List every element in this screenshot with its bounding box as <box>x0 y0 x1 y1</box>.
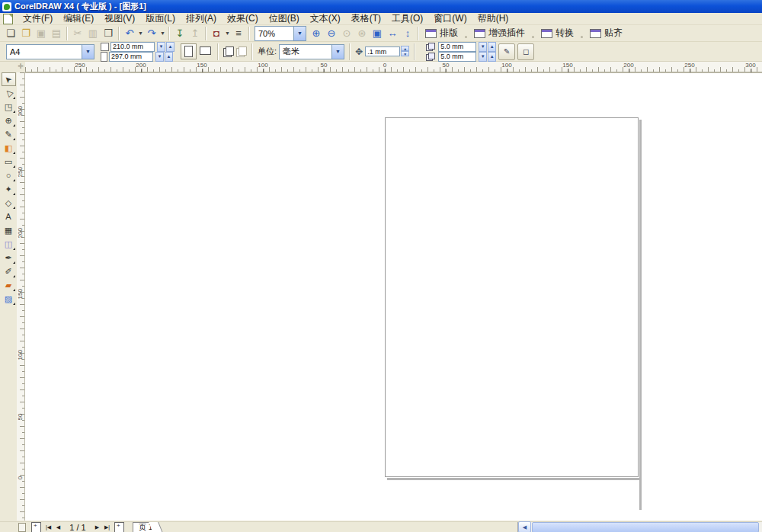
horizontal-scrollbar[interactable]: ◀ <box>517 522 762 532</box>
ruler-origin-icon[interactable]: ✛ <box>18 62 24 70</box>
zoom-to-width-button[interactable]: ↔ <box>385 26 400 41</box>
import-button[interactable]: ↧ <box>172 26 187 41</box>
paper-type-select[interactable]: A4 ▼ <box>6 44 94 59</box>
add-page-button-left[interactable] <box>31 522 41 532</box>
paper-height-spinner[interactable]: ▼▲ <box>155 52 173 62</box>
document-icon[interactable] <box>3 14 13 24</box>
menu-item-7[interactable]: 文本(X) <box>305 11 346 26</box>
undo-button[interactable]: ↶ <box>122 26 137 41</box>
freehand-tool[interactable]: ✎ <box>2 127 16 141</box>
options-button[interactable]: ≡ <box>231 26 246 41</box>
save-button: ▣ <box>34 26 49 41</box>
menu-item-11[interactable]: 帮助(H) <box>472 11 514 26</box>
duplicate-x-spinner[interactable]: ▼▲ <box>478 42 496 52</box>
menu-item-2[interactable]: 视图(V) <box>99 11 140 26</box>
shape-tool[interactable]: ▷ <box>2 86 16 100</box>
window-title: CorelDRAW X4 ( 专业版 ) - [图形1] <box>14 1 146 12</box>
scrollbar-thumb[interactable] <box>532 522 759 532</box>
menu-item-6[interactable]: 位图(B) <box>264 11 305 26</box>
plugins-button[interactable]: 增强插件 <box>470 26 529 41</box>
all-pages-layout-button[interactable] <box>223 46 234 56</box>
open-folder-button[interactable]: ❐ <box>18 26 34 41</box>
menu-item-10[interactable]: 窗口(W) <box>428 11 472 26</box>
table-tool[interactable]: ▦ <box>2 223 16 237</box>
smart-fill-tool-icon: ◧ <box>5 144 12 152</box>
pick-tool[interactable]: ➤ <box>2 72 16 86</box>
draw-complex-objects-button[interactable]: ◻ <box>517 43 534 60</box>
scroll-left-button[interactable]: ◀ <box>518 521 531 532</box>
new-document-button[interactable]: ❏ <box>3 26 18 41</box>
current-page-layout-button[interactable] <box>236 46 247 56</box>
chevron-down-icon[interactable]: ▼ <box>331 45 344 59</box>
convert-button[interactable]: 转换 <box>537 26 578 41</box>
portrait-button[interactable] <box>181 43 197 59</box>
crop-tool[interactable]: ◳ <box>2 100 16 114</box>
zoom-to-all-icon: ⊛ <box>358 28 367 38</box>
duplicate-y-spinner[interactable]: ▼▲ <box>478 52 496 62</box>
fill-tool[interactable]: ▰ <box>2 278 16 292</box>
menu-item-3[interactable]: 版面(L) <box>140 11 181 26</box>
smart-fill-tool[interactable]: ◧ <box>2 141 16 155</box>
save-icon: ▣ <box>37 28 46 38</box>
horizontal-ruler[interactable]: 25020015010050050100150200250300 <box>25 62 762 72</box>
application-launcher-icon: ◘ <box>213 28 219 38</box>
last-page-button[interactable]: ▶| <box>102 523 112 532</box>
vertical-ruler[interactable]: 300250200150100500 <box>17 72 25 521</box>
treat-as-filled-button[interactable]: ✎ <box>498 43 515 60</box>
paper-width-spinner[interactable]: ▼▲ <box>156 42 174 52</box>
ruler-label: 0 <box>383 62 386 69</box>
chevron-down-icon[interactable]: ▼ <box>293 27 306 40</box>
nudge-offset-input[interactable]: .1 mm <box>365 46 400 56</box>
zoom-out-button[interactable]: ⊖ <box>324 26 339 41</box>
eyedropper-tool-icon: ✒ <box>5 254 11 262</box>
zoom-tool[interactable]: ⊕ <box>2 114 16 127</box>
interactive-fill-tool[interactable]: ▨ <box>2 292 16 306</box>
dropdown-arrow-icon[interactable]: ▼ <box>224 26 231 41</box>
add-page-button-right[interactable] <box>114 522 124 532</box>
landscape-button[interactable] <box>198 43 213 58</box>
polygon-tool[interactable]: ✦ <box>2 182 16 196</box>
snap-button[interactable]: 贴齐 <box>586 26 626 41</box>
basic-shapes-tool[interactable]: ◇ <box>2 196 16 210</box>
paper-height-input[interactable]: 297.0 mm <box>109 52 153 62</box>
menu-item-5[interactable]: 效果(C) <box>222 11 264 26</box>
chevron-down-icon[interactable]: ▼ <box>82 45 94 59</box>
dropdown-arrow-icon[interactable]: ▼ <box>137 26 144 41</box>
menu-item-8[interactable]: 表格(T) <box>346 11 386 26</box>
eyedropper-tool[interactable]: ✒ <box>2 251 16 264</box>
ellipse-tool[interactable]: ○ <box>2 168 16 182</box>
nudge-offset-spinner[interactable]: ▲▼ <box>401 46 409 57</box>
outline-pen-tool[interactable]: ✐ <box>2 264 16 278</box>
ruler-label: 150 <box>562 62 572 69</box>
paper-width-icon <box>101 43 109 51</box>
dropdown-arrow-icon[interactable]: ▼ <box>159 26 166 41</box>
redo-button[interactable]: ↷ <box>144 26 159 41</box>
zoom-to-page-icon: ▣ <box>373 28 382 38</box>
menu-item-0[interactable]: 文件(F) <box>18 11 58 26</box>
duplicate-y-input[interactable]: 5.0 mm <box>438 52 476 62</box>
typeset-button[interactable]: 排版 <box>421 26 462 41</box>
ruler-label: 100 <box>501 62 511 69</box>
zoom-level-select[interactable]: 70%▼ <box>255 26 306 41</box>
page-a4[interactable] <box>385 117 639 477</box>
menu-item-4[interactable]: 排列(A) <box>181 11 222 26</box>
previous-page-button[interactable]: ◀ <box>53 523 63 532</box>
zoom-to-page-button[interactable]: ▣ <box>370 26 385 41</box>
text-tool[interactable]: A <box>2 210 16 223</box>
drawing-canvas[interactable] <box>25 72 762 521</box>
convert-label: 转换 <box>555 27 574 40</box>
zoom-to-height-button[interactable]: ↕ <box>400 26 415 41</box>
rectangle-tool[interactable]: ▭ <box>2 155 16 168</box>
next-page-button[interactable]: ▶ <box>92 523 102 532</box>
first-page-button[interactable]: |◀ <box>43 523 53 532</box>
blend-tool[interactable]: ◫ <box>2 237 16 251</box>
page-tab[interactable]: 页 1 <box>133 522 155 532</box>
zoom-in-button[interactable]: ⊕ <box>309 26 324 41</box>
units-select[interactable]: 毫米 ▼ <box>279 44 344 59</box>
paste-button[interactable]: ❒ <box>101 26 116 41</box>
application-launcher-button[interactable]: ◘ <box>209 26 224 41</box>
menu-item-1[interactable]: 编辑(E) <box>58 11 99 26</box>
duplicate-x-input[interactable]: 5.0 mm <box>438 42 476 52</box>
menu-item-9[interactable]: 工具(O) <box>386 11 428 26</box>
paper-width-input[interactable]: 210.0 mm <box>110 42 155 52</box>
